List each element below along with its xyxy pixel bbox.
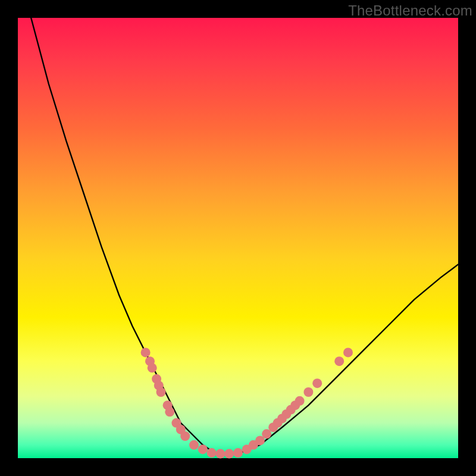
scatter-point xyxy=(295,396,305,406)
scatter-point xyxy=(343,347,353,357)
scatter-point xyxy=(334,356,344,366)
scatter-point xyxy=(148,363,157,372)
scatter-point xyxy=(198,444,208,454)
watermark-text: TheBottleneck.com xyxy=(348,2,472,19)
scatter-point xyxy=(156,387,166,397)
plot-area xyxy=(18,18,458,458)
scatter-point xyxy=(303,387,313,397)
scatter-point xyxy=(189,440,199,450)
chart-svg xyxy=(18,18,458,458)
scatter-point xyxy=(224,449,234,459)
scatter-point xyxy=(165,407,174,416)
scatter-point xyxy=(215,449,225,459)
scatter-point xyxy=(141,347,151,357)
chart-frame: TheBottleneck.com xyxy=(0,0,476,476)
scatter-point xyxy=(180,431,190,441)
scatter-group xyxy=(141,347,353,458)
bottleneck-curve-path xyxy=(31,18,458,454)
scatter-point xyxy=(207,448,217,458)
scatter-point xyxy=(233,448,243,458)
scatter-point xyxy=(312,378,322,388)
